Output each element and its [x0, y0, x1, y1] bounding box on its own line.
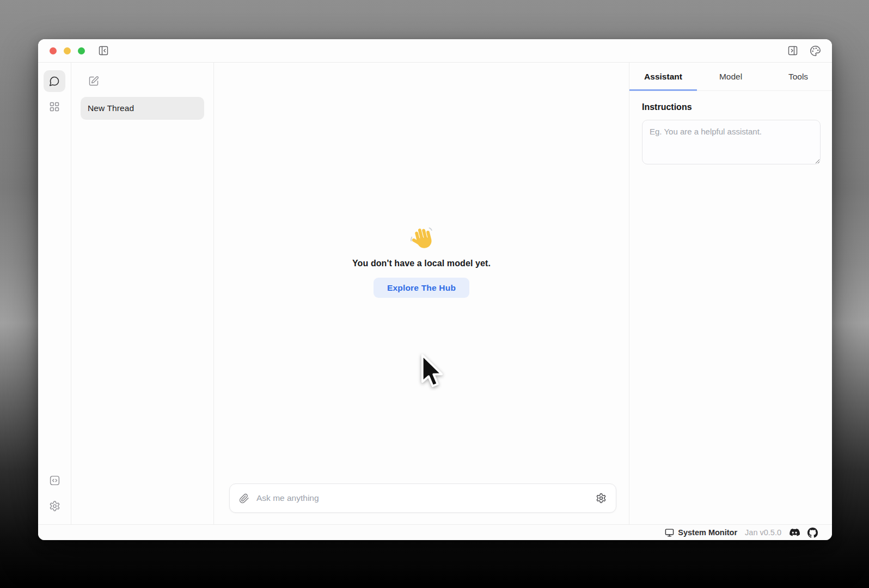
traffic-lights [50, 47, 85, 54]
list-item-new-thread[interactable]: New Thread [81, 97, 204, 120]
chat-bubble-icon [49, 76, 60, 87]
sidebar-item-local-api-server[interactable] [44, 469, 65, 491]
sidebar-item-settings[interactable] [44, 495, 65, 517]
tab-assistant[interactable]: Assistant [629, 63, 697, 90]
grid-icon [49, 101, 60, 112]
sidebar-item-hub[interactable] [44, 96, 65, 118]
app-version: Jan v0.5.0 [745, 528, 781, 537]
panel-left-close-icon[interactable] [98, 45, 109, 56]
content-row: New Thread [38, 63, 832, 524]
code-box-icon [49, 475, 60, 486]
thread-title: New Thread [88, 103, 134, 113]
github-icon[interactable] [807, 528, 818, 538]
gear-icon [49, 500, 60, 512]
tab-tools[interactable]: Tools [764, 63, 832, 90]
assistant-panel: Assistant Model Tools Instructions [629, 63, 832, 524]
edit-square-icon[interactable] [88, 76, 99, 87]
mouse-cursor [419, 353, 444, 391]
system-monitor-button[interactable]: System Monitor [665, 528, 737, 537]
close-button[interactable] [50, 47, 57, 54]
minimize-button[interactable] [64, 47, 71, 54]
panel-tabs: Assistant Model Tools [629, 63, 832, 91]
tab-model[interactable]: Model [697, 63, 764, 90]
sidebar-rail [38, 63, 71, 524]
instructions-textarea[interactable] [642, 120, 821, 164]
panel-right-toggle-icon[interactable] [787, 45, 798, 56]
thread-panel: New Thread [71, 63, 214, 524]
discord-icon[interactable] [789, 527, 800, 538]
chat-input[interactable] [256, 493, 589, 503]
sidebar-item-threads[interactable] [44, 70, 65, 92]
main-chat-area: You don't have a local model yet. Explor… [214, 63, 629, 524]
waving-hand-emoji [409, 226, 434, 251]
palette-icon[interactable] [810, 45, 821, 57]
active-tab-underline [629, 89, 697, 91]
empty-state-message: You don't have a local model yet. [214, 259, 629, 268]
gear-icon[interactable] [596, 493, 607, 504]
instructions-label: Instructions [642, 102, 819, 112]
status-bar: System Monitor Jan v0.5.0 [38, 524, 832, 540]
explore-hub-button[interactable]: Explore The Hub [374, 278, 469, 298]
chat-input-bar [229, 483, 616, 513]
monitor-icon [665, 528, 674, 537]
empty-state: You don't have a local model yet. Explor… [214, 226, 629, 298]
system-monitor-label: System Monitor [678, 528, 737, 537]
zoom-button[interactable] [78, 47, 85, 54]
jan-app-window: New Thread [38, 39, 832, 540]
paperclip-icon[interactable] [239, 493, 249, 504]
titlebar [38, 39, 832, 63]
